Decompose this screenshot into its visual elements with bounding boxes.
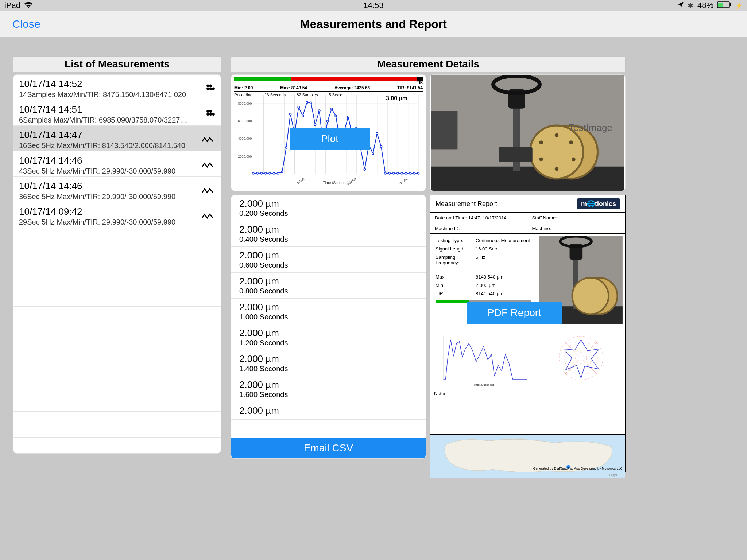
svg-point-70	[405, 172, 407, 174]
list-item-title: 10/17/14 14:46	[19, 180, 215, 192]
battery-icon	[717, 1, 732, 10]
data-row[interactable]: 2.000 µm0.200 Seconds	[231, 195, 426, 221]
plot-stat-tir: TIR: 8141.54	[397, 85, 423, 90]
plot-overlay-button[interactable]: Plot	[290, 128, 370, 150]
pdf-type-value: Continuous Measurement	[476, 238, 530, 243]
data-row[interactable]: 2.000 µm	[231, 402, 426, 420]
list-item[interactable]: 10/17/14 14:4716Sec 5Hz Max/Min/TIR: 814…	[13, 126, 221, 151]
svg-point-47	[310, 102, 312, 104]
list-item-subtitle: 29Sec 5Hz Max/Min/TIR: 29.990/-30.000/59…	[19, 218, 198, 226]
svg-point-60	[364, 168, 365, 170]
svg-point-44	[298, 106, 299, 108]
pdf-overlay-button[interactable]: PDF Report	[467, 302, 562, 324]
svg-rect-87	[499, 147, 533, 162]
svg-rect-1	[730, 3, 731, 6]
svg-point-86	[539, 140, 543, 144]
svg-text:4000.000: 4000.000	[238, 137, 252, 140]
data-value: 2.000 µm	[239, 224, 418, 235]
svg-point-84	[555, 167, 559, 171]
data-row[interactable]: 2.000 µm1.600 Seconds	[231, 376, 426, 402]
pdf-line-plot: Time (Seconds)	[430, 327, 537, 389]
svg-point-66	[388, 172, 390, 174]
list-item-subtitle: 14Samples Max/Min/TIR: 8475.150/4.130/84…	[19, 90, 198, 99]
svg-point-65	[384, 172, 386, 174]
data-value: 2.000 µm	[239, 379, 418, 390]
pdf-title: Measurement Report	[436, 200, 497, 208]
list-item-empty	[13, 307, 221, 333]
email-csv-button[interactable]: Email CSV	[231, 438, 426, 458]
pdf-map: Legal	[430, 435, 625, 478]
battery-percent: 48%	[697, 1, 713, 10]
measurement-type-icon	[202, 159, 213, 171]
svg-point-67	[392, 172, 394, 174]
data-value: 2.000 µm	[239, 198, 418, 209]
bluetooth-icon: ✱	[688, 1, 694, 10]
pdf-staff-label: Staff Name:	[532, 215, 557, 221]
svg-point-49	[318, 110, 320, 112]
list-item-empty	[13, 228, 221, 254]
svg-point-69	[401, 172, 403, 174]
data-row[interactable]: 2.000 µm0.800 Seconds	[231, 273, 426, 299]
data-value: 2.000 µm	[239, 405, 418, 416]
pdf-notes-label: Notes	[430, 389, 625, 398]
list-item[interactable]: 10/17/14 14:4643Sec 5Hz Max/Min/TIR: 29.…	[13, 151, 221, 177]
pdf-freq-label: Sampling Frequency:	[436, 254, 476, 265]
data-value: 2.000 µm	[239, 250, 418, 261]
svg-point-62	[372, 153, 374, 155]
measurement-type-icon	[202, 134, 213, 145]
plot-card[interactable]: TIR Min: 2.00 Max: 8143.54 Average: 2425…	[231, 74, 426, 191]
svg-point-63	[376, 132, 378, 134]
details-header: Measurement Details	[231, 56, 626, 72]
tir-marker-label: TIR	[234, 81, 423, 85]
data-timestamp: 0.600 Seconds	[239, 261, 418, 269]
pdf-min-label: Min:	[436, 283, 476, 288]
brand-logo: m🌐tionics	[577, 198, 620, 209]
list-item-empty	[13, 412, 221, 438]
data-row[interactable]: 2.000 µm1.400 Seconds	[231, 350, 426, 376]
data-timestamp: 1.600 Seconds	[239, 390, 418, 399]
svg-point-73	[417, 172, 419, 174]
measurement-type-icon: • •• • •	[206, 108, 213, 120]
wifi-icon	[24, 1, 33, 10]
list-item-subtitle: 43Sec 5Hz Max/Min/TIR: 29.990/-30.000/59…	[19, 167, 198, 175]
test-image-card[interactable]: TestImage	[430, 74, 626, 191]
data-value: 2.000 µm	[239, 276, 418, 287]
svg-text:8000.000: 8000.000	[238, 102, 252, 105]
svg-text:15.000: 15.000	[398, 177, 408, 185]
location-icon	[677, 1, 684, 10]
device-name: iPad	[4, 1, 20, 10]
close-button[interactable]: Close	[12, 18, 40, 30]
data-row[interactable]: 2.000 µm1.000 Seconds	[231, 299, 426, 324]
list-item-title: 10/17/14 14:51	[19, 104, 215, 115]
svg-point-71	[409, 172, 411, 174]
data-scroll-list[interactable]: 2.000 µm0.200 Seconds2.000 µm0.400 Secon…	[231, 195, 426, 459]
svg-point-83	[572, 158, 576, 162]
svg-text:Legal: Legal	[609, 473, 617, 477]
pdf-machineid-label: Machine ID:	[435, 226, 460, 231]
data-value: 2.000 µm	[239, 353, 418, 365]
svg-point-68	[397, 172, 399, 174]
svg-marker-108	[564, 340, 599, 378]
pdf-notes-area	[430, 398, 625, 435]
data-timestamp: 1.400 Seconds	[239, 365, 418, 373]
list-item-empty	[13, 438, 221, 454]
list-item[interactable]: 10/17/14 14:4636Sec 5Hz Max/Min/TIR: 29.…	[13, 177, 221, 202]
pdf-dt-value: 14:47, 10/17/2014	[468, 215, 507, 221]
svg-point-51	[326, 120, 328, 122]
list-item[interactable]: 10/17/14 09:4229Sec 5Hz Max/Min/TIR: 29.…	[13, 202, 221, 228]
pdf-tir-value: 8141.540 µm	[476, 291, 503, 296]
data-row[interactable]: 2.000 µm0.400 Seconds	[231, 221, 426, 247]
test-image-label: TestImage	[569, 122, 612, 133]
svg-point-48	[314, 124, 316, 125]
measurements-list[interactable]: 10/17/14 14:5214Samples Max/Min/TIR: 847…	[13, 74, 221, 454]
pdf-machine-label: Machine:	[532, 226, 551, 231]
svg-point-34	[256, 172, 258, 174]
status-bar: iPad 14:53 ✱ 48% ⚡	[0, 0, 747, 11]
list-item[interactable]: 10/17/14 14:5214Samples Max/Min/TIR: 847…	[13, 75, 221, 100]
pdf-report-card[interactable]: Measurement Report m🌐tionics Date and Ti…	[430, 195, 626, 472]
data-row[interactable]: 2.000 µm1.200 Seconds	[231, 324, 426, 350]
list-item[interactable]: 10/17/14 14:516Samples Max/Min/TIR: 6985…	[13, 100, 221, 126]
data-timestamp: 0.400 Seconds	[239, 235, 418, 244]
pdf-min-value: 2.000 µm	[476, 283, 495, 288]
data-row[interactable]: 2.000 µm0.600 Seconds	[231, 247, 426, 273]
